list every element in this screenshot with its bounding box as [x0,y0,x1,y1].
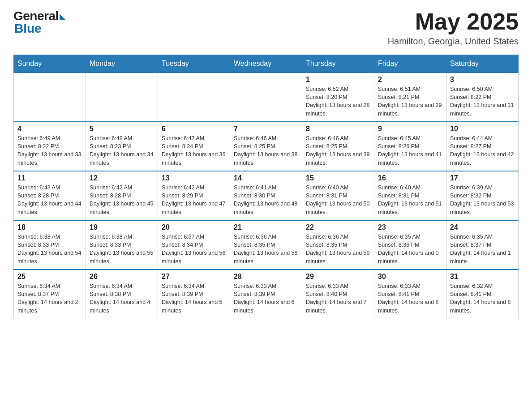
calendar-cell: 1Sunrise: 6:52 AMSunset: 8:20 PMDaylight… [302,73,374,122]
day-number: 20 [162,223,226,231]
logo: General Blue [13,9,66,36]
month-title: May 2025 [388,9,519,34]
calendar-cell: 25Sunrise: 6:34 AMSunset: 8:37 PMDayligh… [14,270,86,319]
day-info: Sunrise: 6:40 AMSunset: 8:31 PMDaylight:… [378,184,442,216]
day-number: 19 [90,223,154,231]
day-number: 8 [306,125,370,133]
calendar-week-row-1: 1Sunrise: 6:52 AMSunset: 8:20 PMDaylight… [14,73,519,122]
calendar-cell: 21Sunrise: 6:36 AMSunset: 8:35 PMDayligh… [230,220,302,270]
day-number: 17 [450,174,515,182]
calendar-cell: 18Sunrise: 6:38 AMSunset: 8:33 PMDayligh… [14,220,86,270]
day-info: Sunrise: 6:43 AMSunset: 8:28 PMDaylight:… [17,184,82,216]
day-number: 18 [17,223,82,231]
page-header: General Blue May 2025 Hamilton, Georgia,… [13,9,519,47]
day-number: 16 [378,174,442,182]
calendar-week-row-4: 18Sunrise: 6:38 AMSunset: 8:33 PMDayligh… [14,220,519,270]
day-number: 28 [234,273,298,281]
weekday-header-row: SundayMondayTuesdayWednesdayThursdayFrid… [14,55,519,73]
calendar-cell: 3Sunrise: 6:50 AMSunset: 8:22 PMDaylight… [446,73,519,122]
calendar-cell: 31Sunrise: 6:32 AMSunset: 8:41 PMDayligh… [446,270,519,319]
day-info: Sunrise: 6:38 AMSunset: 8:33 PMDaylight:… [17,233,82,265]
day-info: Sunrise: 6:52 AMSunset: 8:20 PMDaylight:… [306,85,370,118]
calendar-cell: 24Sunrise: 6:35 AMSunset: 8:37 PMDayligh… [446,220,519,270]
day-number: 12 [90,174,154,182]
weekday-header-monday: Monday [86,55,158,73]
day-number: 15 [306,174,370,182]
calendar-cell: 20Sunrise: 6:37 AMSunset: 8:34 PMDayligh… [158,220,230,270]
calendar-cell: 17Sunrise: 6:39 AMSunset: 8:32 PMDayligh… [446,171,519,220]
day-info: Sunrise: 6:35 AMSunset: 8:37 PMDaylight:… [450,233,515,265]
day-number: 5 [90,125,154,133]
day-info: Sunrise: 6:32 AMSunset: 8:41 PMDaylight:… [450,282,515,315]
calendar-cell: 27Sunrise: 6:34 AMSunset: 8:39 PMDayligh… [158,270,230,319]
calendar-cell: 14Sunrise: 6:41 AMSunset: 8:30 PMDayligh… [230,171,302,220]
calendar-cell: 6Sunrise: 6:47 AMSunset: 8:24 PMDaylight… [158,122,230,171]
day-number: 22 [306,223,370,231]
calendar-cell: 2Sunrise: 6:51 AMSunset: 8:21 PMDaylight… [374,73,446,122]
day-info: Sunrise: 6:34 AMSunset: 8:37 PMDaylight:… [17,282,82,315]
day-number: 11 [17,174,82,182]
day-number: 23 [378,223,442,231]
day-number: 2 [378,76,442,84]
day-number: 3 [450,76,515,84]
day-info: Sunrise: 6:46 AMSunset: 8:25 PMDaylight:… [306,134,370,167]
day-info: Sunrise: 6:49 AMSunset: 8:22 PMDaylight:… [17,134,82,167]
day-number: 13 [162,174,226,182]
day-number: 10 [450,125,515,133]
calendar-cell: 22Sunrise: 6:36 AMSunset: 8:35 PMDayligh… [302,220,374,270]
calendar-cell: 11Sunrise: 6:43 AMSunset: 8:28 PMDayligh… [14,171,86,220]
calendar-cell [14,73,86,122]
calendar-cell: 15Sunrise: 6:40 AMSunset: 8:31 PMDayligh… [302,171,374,220]
calendar-table: SundayMondayTuesdayWednesdayThursdayFrid… [13,55,519,319]
calendar-cell [86,73,158,122]
day-number: 6 [162,125,226,133]
day-info: Sunrise: 6:41 AMSunset: 8:30 PMDaylight:… [234,184,298,216]
day-info: Sunrise: 6:36 AMSunset: 8:35 PMDaylight:… [306,233,370,265]
day-number: 7 [234,125,298,133]
day-info: Sunrise: 6:35 AMSunset: 8:36 PMDaylight:… [378,233,442,265]
day-info: Sunrise: 6:51 AMSunset: 8:21 PMDaylight:… [378,85,442,118]
calendar-cell: 10Sunrise: 6:44 AMSunset: 8:27 PMDayligh… [446,122,519,171]
calendar-cell: 26Sunrise: 6:34 AMSunset: 8:38 PMDayligh… [86,270,158,319]
calendar-cell: 30Sunrise: 6:33 AMSunset: 8:41 PMDayligh… [374,270,446,319]
day-info: Sunrise: 6:37 AMSunset: 8:34 PMDaylight:… [162,233,226,265]
day-info: Sunrise: 6:45 AMSunset: 8:26 PMDaylight:… [378,134,442,167]
day-info: Sunrise: 6:34 AMSunset: 8:39 PMDaylight:… [162,282,226,315]
day-number: 26 [90,273,154,281]
day-info: Sunrise: 6:36 AMSunset: 8:35 PMDaylight:… [234,233,298,265]
day-info: Sunrise: 6:46 AMSunset: 8:25 PMDaylight:… [234,134,298,167]
day-number: 27 [162,273,226,281]
day-number: 14 [234,174,298,182]
calendar-cell [158,73,230,122]
weekday-header-wednesday: Wednesday [230,55,302,73]
calendar-cell: 13Sunrise: 6:42 AMSunset: 8:29 PMDayligh… [158,171,230,220]
day-number: 25 [17,273,82,281]
day-info: Sunrise: 6:40 AMSunset: 8:31 PMDaylight:… [306,184,370,216]
calendar-cell: 16Sunrise: 6:40 AMSunset: 8:31 PMDayligh… [374,171,446,220]
day-number: 31 [450,273,515,281]
calendar-week-row-5: 25Sunrise: 6:34 AMSunset: 8:37 PMDayligh… [14,270,519,319]
weekday-header-friday: Friday [374,55,446,73]
day-number: 30 [378,273,442,281]
calendar-cell [230,73,302,122]
day-number: 4 [17,125,82,133]
weekday-header-saturday: Saturday [446,55,519,73]
day-info: Sunrise: 6:44 AMSunset: 8:27 PMDaylight:… [450,134,515,167]
day-info: Sunrise: 6:33 AMSunset: 8:40 PMDaylight:… [306,282,370,315]
day-info: Sunrise: 6:38 AMSunset: 8:33 PMDaylight:… [90,233,154,265]
day-number: 21 [234,223,298,231]
logo-arrow-icon [60,14,66,20]
day-number: 29 [306,273,370,281]
calendar-week-row-3: 11Sunrise: 6:43 AMSunset: 8:28 PMDayligh… [14,171,519,220]
day-info: Sunrise: 6:42 AMSunset: 8:28 PMDaylight:… [90,184,154,216]
calendar-week-row-2: 4Sunrise: 6:49 AMSunset: 8:22 PMDaylight… [14,122,519,171]
calendar-cell: 19Sunrise: 6:38 AMSunset: 8:33 PMDayligh… [86,220,158,270]
calendar-cell: 8Sunrise: 6:46 AMSunset: 8:25 PMDaylight… [302,122,374,171]
calendar-cell: 23Sunrise: 6:35 AMSunset: 8:36 PMDayligh… [374,220,446,270]
calendar-cell: 4Sunrise: 6:49 AMSunset: 8:22 PMDaylight… [14,122,86,171]
day-number: 1 [306,76,370,84]
calendar-cell: 9Sunrise: 6:45 AMSunset: 8:26 PMDaylight… [374,122,446,171]
day-info: Sunrise: 6:33 AMSunset: 8:41 PMDaylight:… [378,282,442,315]
weekday-header-thursday: Thursday [302,55,374,73]
weekday-header-tuesday: Tuesday [158,55,230,73]
